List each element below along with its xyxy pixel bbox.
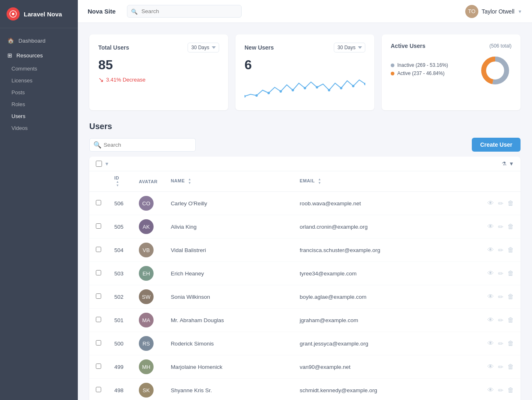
delete-icon[interactable]: 🗑 xyxy=(507,386,514,394)
inactive-dot xyxy=(391,64,394,67)
row-name: Shyanne Kris Sr. xyxy=(164,379,293,400)
topbar-search-container: 🔍 xyxy=(127,5,242,18)
row-checkbox[interactable] xyxy=(96,364,101,369)
email-sort-icon[interactable]: ▲▼ xyxy=(318,178,321,185)
search-box: 🔍 xyxy=(89,138,196,152)
table-row: 500 RS Roderick Simonis grant.jessyca@ex… xyxy=(89,332,521,355)
sidebar-item-dashboard[interactable]: 🏠 Dashboard xyxy=(0,33,78,48)
row-checkbox[interactable] xyxy=(96,270,101,275)
row-actions: 👁 ✏ 🗑 xyxy=(475,285,521,309)
sidebar-sub-comments[interactable]: Comments xyxy=(0,63,78,75)
svg-point-2 xyxy=(244,95,246,98)
sidebar-sub-videos[interactable]: Videos xyxy=(0,122,78,134)
total-users-select[interactable]: 30 Days 60 Days 90 Days xyxy=(188,43,219,52)
delete-icon[interactable]: 🗑 xyxy=(507,340,514,347)
search-icon: 🔍 xyxy=(131,8,138,14)
avatar: CO xyxy=(139,196,154,211)
edit-icon[interactable]: ✏ xyxy=(498,200,503,207)
delete-icon[interactable]: 🗑 xyxy=(507,200,514,207)
row-email: jgraham@example.com xyxy=(293,309,475,332)
row-id: 500 xyxy=(108,332,132,355)
row-id: 499 xyxy=(108,355,132,379)
legend-inactive: Inactive (269 - 53.16%) xyxy=(391,62,472,68)
name-sort-icon[interactable]: ▲▼ xyxy=(188,178,191,185)
view-icon[interactable]: 👁 xyxy=(487,270,494,277)
new-users-select[interactable]: 30 Days 60 Days 90 Days xyxy=(334,43,365,52)
sidebar-sub-users[interactable]: Users xyxy=(0,110,78,122)
delete-icon[interactable]: 🗑 xyxy=(507,363,514,370)
row-email: van90@example.net xyxy=(293,355,475,379)
view-icon[interactable]: 👁 xyxy=(487,363,494,370)
delete-icon[interactable]: 🗑 xyxy=(507,270,514,277)
edit-icon[interactable]: ✏ xyxy=(498,270,503,277)
users-search-input[interactable] xyxy=(89,138,196,152)
edit-icon[interactable]: ✏ xyxy=(498,223,503,231)
topbar: Nova Site 🔍 TO Taylor Otwell ▼ xyxy=(78,0,532,23)
edit-icon[interactable]: ✏ xyxy=(498,363,503,371)
topbar-search-input[interactable] xyxy=(127,5,242,18)
avatar: SK xyxy=(139,383,154,398)
row-email: schmidt.kennedy@example.org xyxy=(293,379,475,400)
row-id: 501 xyxy=(108,309,132,332)
new-users-card: New Users 30 Days 60 Days 90 Days 6 xyxy=(235,34,374,110)
row-checkbox[interactable] xyxy=(96,247,101,252)
edit-icon[interactable]: ✏ xyxy=(498,246,503,254)
row-checkbox[interactable] xyxy=(96,317,101,322)
row-checkbox[interactable] xyxy=(96,293,101,299)
view-icon[interactable]: 👁 xyxy=(487,293,494,300)
row-checkbox[interactable] xyxy=(96,387,101,392)
th-name: NAME ▲▼ xyxy=(164,171,293,192)
sidebar-item-label: Dashboard xyxy=(18,38,45,44)
sidebar-sub-roles[interactable]: Roles xyxy=(0,98,78,110)
edit-icon[interactable]: ✏ xyxy=(498,316,503,324)
create-user-button[interactable]: Create User xyxy=(472,138,521,152)
row-email: tyree34@example.com xyxy=(293,262,475,285)
row-avatar-cell: RS xyxy=(132,332,164,355)
row-avatar-cell: MH xyxy=(132,355,164,379)
logo-icon xyxy=(7,7,20,20)
view-icon[interactable]: 👁 xyxy=(487,386,494,394)
row-checkbox[interactable] xyxy=(96,223,101,229)
edit-icon[interactable]: ✏ xyxy=(498,293,503,301)
view-icon[interactable]: 👁 xyxy=(487,223,494,230)
row-email: grant.jessyca@example.org xyxy=(293,332,475,355)
total-users-card: Total Users 30 Days 60 Days 90 Days 85 ↘… xyxy=(89,34,228,110)
row-name: Erich Heaney xyxy=(164,262,293,285)
row-checkbox-cell xyxy=(89,262,108,285)
view-icon[interactable]: 👁 xyxy=(487,246,494,254)
delete-icon[interactable]: 🗑 xyxy=(507,223,514,230)
sidebar-logo[interactable]: Laravel Nova xyxy=(0,0,78,28)
sidebar: Laravel Nova 🏠 Dashboard ⊞ Resources Com… xyxy=(0,0,78,400)
delete-icon[interactable]: 🗑 xyxy=(507,316,514,324)
svg-point-4 xyxy=(267,92,270,94)
sidebar-sub-posts[interactable]: Posts xyxy=(0,86,78,98)
edit-icon[interactable]: ✏ xyxy=(498,340,503,348)
trend-down-icon: ↘ xyxy=(98,76,104,84)
view-icon[interactable]: 👁 xyxy=(487,200,494,207)
table-row: 505 AK Alivia King orland.cronin@example… xyxy=(89,215,521,239)
select-all-checkbox[interactable] xyxy=(96,161,102,167)
users-toolbar: 🔍 Create User xyxy=(89,138,521,152)
table-row: 499 MH Marjolaine Homenick van90@example… xyxy=(89,355,521,379)
user-menu[interactable]: TO Taylor Otwell ▼ xyxy=(465,5,522,18)
table-toolbar: ▼ ⚗ ▼ xyxy=(89,157,521,171)
row-checkbox[interactable] xyxy=(96,340,101,345)
row-actions: 👁 ✏ 🗑 xyxy=(475,262,521,285)
sidebar-sub-licenses[interactable]: Licenses xyxy=(0,75,78,86)
row-avatar-cell: SK xyxy=(132,379,164,400)
view-icon[interactable]: 👁 xyxy=(487,340,494,347)
active-users-card: Active Users (506 total) Inactive (269 -… xyxy=(382,34,521,110)
th-id: ID ▲▼ xyxy=(108,171,132,192)
id-sort-icon[interactable]: ▲▼ xyxy=(116,180,119,187)
svg-point-8 xyxy=(316,86,318,89)
row-checkbox[interactable] xyxy=(96,200,101,205)
edit-icon[interactable]: ✏ xyxy=(498,386,503,394)
view-icon[interactable]: 👁 xyxy=(487,316,494,324)
total-users-title: Total Users xyxy=(98,44,129,51)
filter-button[interactable]: ⚗ ▼ xyxy=(502,161,514,167)
select-dropdown-button[interactable]: ▼ xyxy=(104,161,109,167)
total-users-header: Total Users 30 Days 60 Days 90 Days xyxy=(98,43,219,52)
sidebar-item-resources[interactable]: ⊞ Resources xyxy=(0,48,78,63)
delete-icon[interactable]: 🗑 xyxy=(507,293,514,300)
delete-icon[interactable]: 🗑 xyxy=(507,246,514,254)
